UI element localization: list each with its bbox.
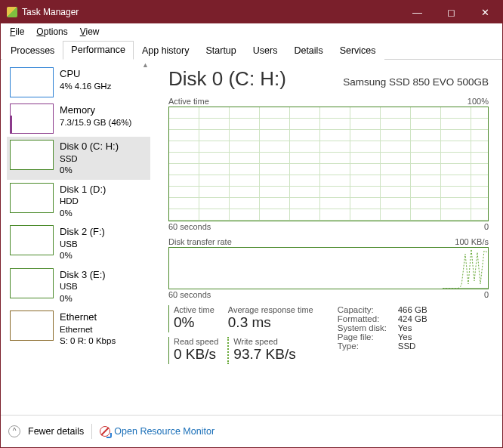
- sidebar-item-sub2: 0%: [60, 293, 106, 305]
- sidebar-item-label: Disk 3 (E:): [60, 268, 106, 282]
- tab-strip: Processes Performance App history Startu…: [1, 40, 502, 60]
- close-button[interactable]: ✕: [468, 1, 502, 23]
- sidebar-item-disk0[interactable]: Disk 0 (C: H:) SSD 0%: [7, 137, 150, 180]
- memory-thumbnail-chart: [10, 104, 54, 134]
- tab-details[interactable]: Details: [285, 42, 331, 60]
- stat-active-time: Active time 0%: [168, 305, 224, 332]
- fewer-details-link[interactable]: Fewer details: [28, 426, 84, 437]
- tab-startup[interactable]: Startup: [197, 42, 244, 60]
- tab-processes[interactable]: Processes: [2, 42, 63, 60]
- menu-bar: File Options View: [1, 23, 502, 40]
- detail-panel: Disk 0 (C: H:) Samsung SSD 850 EVO 500GB…: [150, 60, 502, 415]
- sidebar-item-label: Disk 1 (D:): [60, 183, 106, 196]
- tab-performance[interactable]: Performance: [63, 41, 134, 60]
- sidebar-item-cpu[interactable]: CPU 4% 4.16 GHz: [7, 64, 150, 100]
- sidebar-item-label: Memory: [60, 104, 131, 117]
- disk-thumbnail-chart: [10, 183, 54, 213]
- maximize-button[interactable]: ◻: [434, 1, 468, 23]
- divider: [91, 424, 92, 439]
- disk-thumbnail-chart: [10, 225, 54, 255]
- app-icon: [7, 7, 17, 17]
- stat-avg-response: Average response time 0.3 ms: [224, 305, 322, 332]
- chart2-xleft: 60 seconds: [168, 290, 211, 299]
- chart2-max: 100 KB/s: [455, 237, 489, 246]
- sidebar-item-sub: 7.3/15.9 GB (46%): [60, 117, 131, 129]
- sidebar-item-sub2: 0%: [60, 250, 105, 262]
- disk-thumbnail-chart: [10, 140, 54, 170]
- chevron-up-icon[interactable]: ^: [8, 425, 20, 437]
- sidebar-item-label: CPU: [60, 67, 111, 81]
- disk-thumbnail-chart: [10, 268, 54, 298]
- sidebar-item-sub: SSD: [60, 153, 119, 165]
- sidebar-item-sub2: S: 0 R: 0 Kbps: [60, 335, 116, 348]
- sidebar-item-sub: USB: [60, 281, 106, 293]
- transfer-rate-chart: [168, 247, 489, 289]
- chart2-xright: 0: [484, 290, 489, 299]
- resource-sidebar[interactable]: ▲ CPU 4% 4.16 GHz Memory 7.3/15.9 GB (46…: [1, 60, 150, 415]
- sidebar-item-sub: Ethernet: [60, 324, 116, 336]
- disk-properties: Capacity:466 GB Formatted:424 GB System …: [338, 305, 427, 369]
- ethernet-thumbnail-chart: [10, 311, 54, 341]
- resource-monitor-icon: [100, 426, 110, 437]
- sidebar-item-ethernet[interactable]: Ethernet Ethernet S: 0 R: 0 Kbps: [7, 307, 150, 351]
- sidebar-item-disk2[interactable]: Disk 2 (F:) USB 0%: [7, 222, 150, 265]
- open-resource-monitor-link[interactable]: Open Resource Monitor: [100, 426, 214, 437]
- chart1-xright: 0: [484, 222, 489, 231]
- sidebar-item-sub: 4% 4.16 GHz: [60, 81, 111, 93]
- window-titlebar: Task Manager — ◻ ✕: [1, 1, 502, 23]
- sidebar-item-disk1[interactable]: Disk 1 (D:) HDD 0%: [7, 180, 150, 223]
- chart1-max: 100%: [468, 97, 489, 106]
- sidebar-item-sub2: 0%: [60, 208, 106, 220]
- sidebar-item-memory[interactable]: Memory 7.3/15.9 GB (46%): [7, 100, 150, 137]
- sidebar-item-sub: USB: [60, 239, 105, 251]
- menu-file[interactable]: File: [5, 25, 29, 39]
- sidebar-item-label: Ethernet: [60, 311, 116, 324]
- tab-users[interactable]: Users: [245, 42, 286, 60]
- menu-options[interactable]: Options: [32, 25, 72, 39]
- scroll-up-icon[interactable]: ▲: [142, 61, 149, 69]
- tab-services[interactable]: Services: [332, 42, 384, 60]
- stat-write-speed: Write speed 93.7 KB/s: [227, 337, 304, 364]
- sidebar-item-sub: HDD: [60, 196, 106, 208]
- sidebar-item-disk3[interactable]: Disk 3 (E:) USB 0%: [7, 265, 150, 308]
- active-time-chart: [168, 107, 489, 221]
- sidebar-item-sub2: 0%: [60, 165, 119, 177]
- chart2-label: Disk transfer rate: [168, 237, 232, 246]
- minimize-button[interactable]: —: [400, 1, 434, 23]
- sidebar-item-label: Disk 0 (C: H:): [60, 140, 119, 153]
- chart1-xleft: 60 seconds: [168, 222, 211, 231]
- tab-app-history[interactable]: App history: [134, 42, 198, 60]
- footer-bar: ^ Fewer details Open Resource Monitor: [1, 415, 502, 446]
- menu-view[interactable]: View: [76, 25, 104, 39]
- window-title: Task Manager: [22, 7, 79, 17]
- chart1-label: Active time: [168, 97, 209, 106]
- cpu-thumbnail-chart: [10, 67, 54, 97]
- sidebar-item-label: Disk 2 (F:): [60, 225, 105, 239]
- page-title: Disk 0 (C: H:): [168, 67, 286, 91]
- device-model: Samsung SSD 850 EVO 500GB: [343, 76, 489, 88]
- stat-read-speed: Read speed 0 KB/s: [168, 337, 227, 364]
